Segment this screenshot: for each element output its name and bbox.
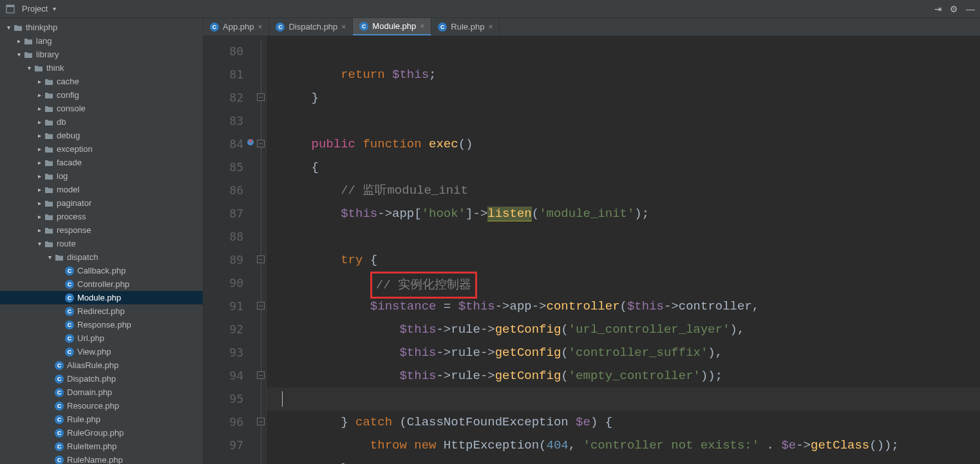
tab-dispatch[interactable]: CDispatch.php×	[269, 18, 353, 35]
tree-file-response[interactable]: CResponse.php	[0, 318, 203, 331]
tree-node-icon	[44, 171, 54, 181]
code-line[interactable]: $instance = $this->app->controller($this…	[267, 295, 980, 318]
tree-arrow-icon: ▸	[14, 37, 23, 44]
close-icon[interactable]: ×	[258, 23, 262, 32]
tree-file-view[interactable]: CView.php	[0, 345, 203, 358]
tab-app[interactable]: CApp.php×	[203, 18, 269, 35]
tree-folder-think[interactable]: ▾think	[0, 61, 203, 75]
tree-folder-facade[interactable]: ▸facade	[0, 156, 203, 169]
close-icon[interactable]: ×	[341, 23, 346, 32]
code-line[interactable]: // 实例化控制器	[267, 272, 980, 295]
close-icon[interactable]: ×	[488, 23, 493, 32]
tree-folder-process[interactable]: ▸process	[0, 210, 203, 223]
tree-node-icon: C	[64, 279, 75, 290]
fold-handle[interactable]: −	[257, 302, 265, 310]
tree-node-icon	[44, 225, 54, 236]
code-line[interactable]: }	[267, 457, 980, 464]
line-gutter: 80818283848586878889909192939495969798	[203, 36, 256, 464]
collapse-icon[interactable]: ⇥	[934, 4, 942, 14]
tree-folder-route[interactable]: ▾route	[0, 237, 203, 250]
tree-node-icon	[44, 131, 54, 141]
code-line[interactable]: }	[267, 86, 980, 109]
code-line[interactable]: return $this;	[267, 63, 980, 86]
tree-node-icon	[44, 117, 54, 127]
tree-file-controller[interactable]: CController.php	[0, 277, 203, 291]
code-line[interactable]: $this->rule->getConfig('url_controller_l…	[267, 318, 980, 341]
tree-folder-response[interactable]: ▸response	[0, 223, 203, 237]
line-number: 89	[203, 248, 256, 272]
tree-file-module[interactable]: CModule.php	[0, 291, 203, 304]
close-icon[interactable]: ×	[420, 22, 424, 31]
tree-node-icon	[44, 90, 54, 100]
tab-module[interactable]: CModule.php×	[353, 18, 431, 35]
line-number: 80	[203, 40, 256, 63]
fold-handle[interactable]: −	[257, 371, 265, 379]
tree-arrow-icon: ▸	[35, 172, 44, 180]
tree-node-icon	[44, 239, 54, 249]
code-line[interactable]: public function exec()	[267, 133, 980, 156]
code-line[interactable]	[267, 225, 980, 248]
tree-file-callback[interactable]: CCallback.php	[0, 264, 203, 277]
tab-rule[interactable]: CRule.php×	[431, 18, 500, 35]
tree-folder-debug[interactable]: ▸debug	[0, 129, 203, 142]
tree-folder-lang[interactable]: ▸lang	[0, 34, 203, 48]
fold-handle[interactable]: −	[257, 140, 265, 147]
tree-file-dispatch[interactable]: CDispatch.php	[0, 372, 203, 385]
code-line[interactable]: throw new HttpException(404, 'controller…	[267, 434, 980, 457]
tree-arrow-icon: ▾	[35, 240, 44, 247]
tree-file-url[interactable]: CUrl.php	[0, 331, 203, 345]
tree-node-icon	[23, 36, 33, 46]
tree-file-aliasrule[interactable]: CAliasRule.php	[0, 358, 203, 372]
line-number: 90	[203, 272, 256, 295]
project-tree[interactable]: ▾thinkphp▸lang▾library▾think▸cache▸confi…	[0, 18, 203, 464]
code-line[interactable]: {	[267, 156, 980, 179]
tree-folder-library[interactable]: ▾library	[0, 48, 203, 61]
tree-file-ruleitem[interactable]: CRuleItem.php	[0, 440, 203, 453]
code-line[interactable]	[267, 109, 980, 133]
tree-file-rule[interactable]: CRule.php	[0, 413, 203, 426]
tree-folder-config[interactable]: ▸config	[0, 88, 203, 102]
tree-root[interactable]: ▾thinkphp	[0, 21, 203, 34]
tree-folder-cache[interactable]: ▸cache	[0, 75, 203, 88]
tree-folder-dispatch[interactable]: ▾dispatch	[0, 250, 203, 264]
code-line[interactable]	[267, 387, 980, 411]
gear-icon[interactable]: ⚙	[950, 4, 958, 14]
code-line[interactable]: $this->rule->getConfig('empty_controller…	[267, 364, 980, 387]
php-file-icon: C	[210, 23, 219, 32]
tree-folder-log[interactable]: ▸log	[0, 169, 203, 183]
tree-file-resource[interactable]: CResource.php	[0, 399, 203, 413]
tree-node-icon	[33, 63, 44, 73]
code-line[interactable]: try {	[267, 248, 980, 272]
tree-node-icon	[13, 23, 23, 33]
fold-handle[interactable]: −	[257, 255, 265, 263]
tree-file-rulename[interactable]: CRuleName.php	[0, 453, 203, 464]
code-line[interactable]: $this->app['hook']->listen('module_init'…	[267, 202, 980, 225]
tree-arrow-icon: ▸	[35, 145, 44, 153]
hide-icon[interactable]: —	[966, 4, 975, 14]
tree-file-redirect[interactable]: CRedirect.php	[0, 304, 203, 318]
fold-handle[interactable]: −	[257, 93, 265, 101]
override-marker-icon[interactable]	[246, 133, 255, 156]
tree-file-rulegroup[interactable]: CRuleGroup.php	[0, 426, 203, 440]
code-line[interactable]: $this->rule->getConfig('controller_suffi…	[267, 341, 980, 364]
code-line[interactable]: } catch (ClassNotFoundException $e) {	[267, 411, 980, 434]
tree-node-icon	[44, 198, 54, 209]
code-editor[interactable]: 80818283848586878889909192939495969798 −…	[203, 36, 980, 464]
line-number: 85	[203, 156, 256, 179]
line-number: 97	[203, 434, 256, 457]
tree-folder-exception[interactable]: ▸exception	[0, 142, 203, 156]
tree-file-domain[interactable]: CDomain.php	[0, 385, 203, 399]
code-area[interactable]: return $this; } public function exec() {…	[267, 36, 980, 464]
project-selector[interactable]: Project ▾	[5, 4, 56, 14]
tree-node-icon: C	[64, 266, 75, 276]
line-number: 88	[203, 225, 256, 248]
tree-folder-db[interactable]: ▸db	[0, 115, 203, 129]
tree-folder-console[interactable]: ▸console	[0, 102, 203, 115]
code-line[interactable]	[267, 40, 980, 63]
php-file-icon: C	[438, 23, 447, 32]
code-line[interactable]: // 监听module_init	[267, 179, 980, 202]
tree-folder-paginator[interactable]: ▸paginator	[0, 196, 203, 210]
tree-folder-model[interactable]: ▸model	[0, 183, 203, 196]
fold-handle[interactable]: −	[257, 418, 265, 425]
tree-arrow-icon: ▸	[35, 159, 44, 166]
